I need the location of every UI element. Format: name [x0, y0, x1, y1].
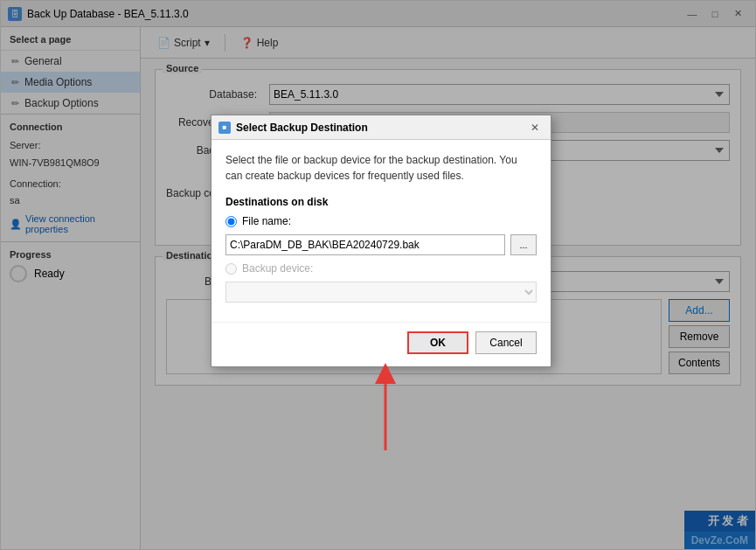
- script-dropdown-icon: ▾: [205, 37, 210, 49]
- window-controls: — □ ✕: [682, 6, 748, 22]
- progress-heading: Progress: [10, 249, 131, 260]
- progress-ready-text: Ready: [34, 268, 65, 280]
- ok-button[interactable]: OK: [407, 331, 468, 354]
- dialog-title-text: Select Backup Destination: [236, 122, 368, 134]
- view-connection-link[interactable]: 👤 View connection properties: [10, 213, 131, 234]
- dialog-titlebar: ■ Select Backup Destination ✕: [212, 115, 551, 140]
- connection-label: Connection: sa: [10, 176, 131, 211]
- sidebar-item-backup-options[interactable]: ✏ Backup Options: [1, 93, 140, 114]
- help-button[interactable]: ❓ Help: [232, 33, 287, 52]
- progress-status: Ready: [10, 265, 131, 282]
- remove-button[interactable]: Remove: [669, 325, 730, 348]
- script-button[interactable]: 📄 Script ▾: [149, 33, 218, 52]
- general-icon: ✏: [11, 56, 19, 67]
- connection-section: Connection Server: WIN-7VB981QM8O9 Conne…: [1, 114, 140, 241]
- cancel-button[interactable]: Cancel: [475, 331, 537, 354]
- title-bar: 🗄 Back Up Database - BEA_5.11.3.0 — □ ✕: [1, 1, 755, 27]
- database-select[interactable]: BEA_5.11.3.0: [269, 84, 730, 105]
- connection-heading: Connection: [10, 122, 131, 132]
- destinations-on-disk-label: Destinations on disk: [225, 196, 537, 208]
- sidebar-item-general[interactable]: ✏ General: [1, 51, 140, 72]
- toolbar: 📄 Script ▾ ❓ Help: [141, 27, 755, 59]
- dialog-description: Select the file or backup device for the…: [225, 152, 537, 184]
- file-name-label: File name:: [242, 215, 291, 227]
- source-heading: Source: [163, 63, 202, 73]
- link-icon: 👤: [10, 219, 22, 230]
- connection-value: sa: [10, 195, 20, 205]
- dialog-title-left: ■ Select Backup Destination: [218, 122, 368, 134]
- dialog-close-button[interactable]: ✕: [526, 120, 544, 136]
- contents-button[interactable]: Contents: [669, 352, 730, 374]
- backup-device-select: [225, 282, 537, 303]
- window-title: Back Up Database - BEA_5.11.3.0: [27, 8, 189, 20]
- title-bar-left: 🗄 Back Up Database - BEA_5.11.3.0: [8, 7, 189, 21]
- server-label: Server: WIN-7VB981QM8O9: [10, 137, 131, 172]
- progress-section: Progress Ready: [1, 241, 140, 549]
- sidebar-media-label: Media Options: [24, 76, 92, 88]
- backup-device-radio: [225, 263, 237, 275]
- backup-device-label: Backup device:: [242, 262, 313, 275]
- script-icon: 📄: [157, 37, 170, 49]
- sidebar-item-media-options[interactable]: ✏ Media Options: [1, 72, 140, 93]
- add-button[interactable]: Add...: [669, 299, 730, 322]
- database-label: Database:: [166, 88, 262, 101]
- backup-device-radio-row: Backup device:: [225, 262, 537, 275]
- sidebar: Select a page ✏ General ✏ Media Options …: [1, 27, 141, 549]
- file-name-radio-row: File name:: [225, 215, 537, 227]
- database-row: Database: BEA_5.11.3.0: [166, 84, 730, 105]
- file-browse-button[interactable]: ...: [510, 234, 537, 255]
- dialog-icon: ■: [218, 122, 231, 134]
- file-name-radio[interactable]: [225, 216, 237, 227]
- sidebar-general-label: General: [24, 55, 62, 67]
- sidebar-backup-label: Backup Options: [24, 97, 99, 109]
- app-icon: 🗄: [8, 7, 22, 21]
- dialog-footer: OK Cancel: [212, 322, 551, 366]
- select-backup-destination-dialog: ■ Select Backup Destination ✕ Select the…: [211, 115, 551, 367]
- sidebar-heading: Select a page: [1, 27, 140, 51]
- main-window: 🗄 Back Up Database - BEA_5.11.3.0 — □ ✕ …: [0, 0, 756, 550]
- restore-button[interactable]: □: [704, 6, 725, 22]
- server-value: WIN-7VB981QM8O9: [10, 157, 100, 168]
- close-button[interactable]: ✕: [727, 6, 748, 22]
- backup-options-icon: ✏: [11, 98, 19, 109]
- file-name-input-row: ...: [225, 234, 537, 255]
- file-name-input[interactable]: [225, 234, 505, 255]
- toolbar-separator: [225, 34, 225, 52]
- link-text: View connection properties: [25, 213, 131, 234]
- progress-circle-icon: [10, 265, 27, 282]
- connection-info: Server: WIN-7VB981QM8O9 Connection: sa: [10, 137, 131, 210]
- destination-buttons: Add... Remove Contents: [669, 299, 730, 374]
- media-options-icon: ✏: [11, 77, 19, 88]
- dialog-body: Select the file or backup device for the…: [212, 140, 551, 322]
- backup-device-select-row: [225, 282, 537, 303]
- minimize-button[interactable]: —: [682, 6, 703, 22]
- help-icon: ❓: [240, 37, 253, 49]
